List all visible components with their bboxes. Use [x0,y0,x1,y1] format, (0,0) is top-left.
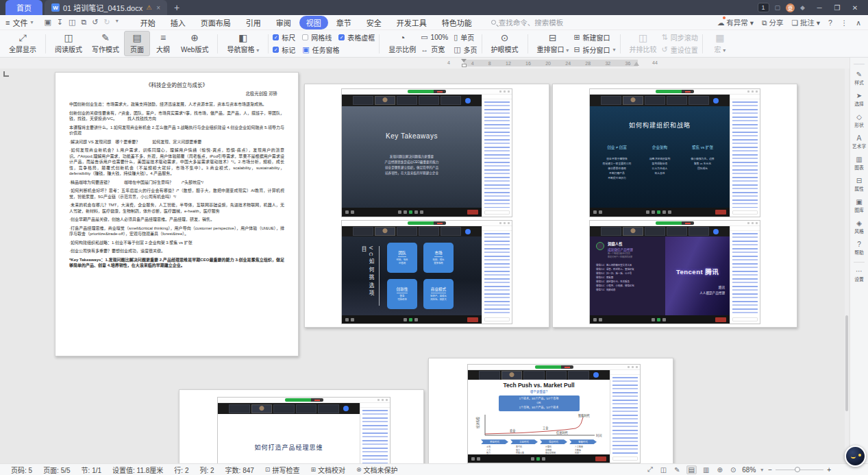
user-avatar[interactable]: 夏 [786,3,795,12]
close-button[interactable]: ✕ [846,0,864,15]
marks-checkbox[interactable]: ✓标记 [273,45,295,55]
redo-icon[interactable]: ↻ [104,18,110,27]
page-3[interactable]: 如何构建组织和战略 创业 ≠ 创富创业不等于赚快钱 而是建立一家重要的公司 使命… [552,84,797,328]
embedded-screenshot-tech-push[interactable]: Tech Push vs. Market Pull 哪个更重要? 1个技术，3/… [467,364,641,463]
web-view-icon[interactable]: ⊕ [716,466,724,474]
outline-view-button[interactable]: ≡大纲 [150,32,176,56]
export-icon[interactable]: ↧ [57,18,63,27]
new-window-button[interactable]: ⊞新建窗口 [573,32,615,42]
sidebar-item-help[interactable]: ?帮助 [850,239,868,259]
sidebar-item-chart[interactable]: ▥图表 [850,154,868,174]
cloud-sync-status[interactable]: ☁ 有异常 ▾ [717,17,754,27]
multi-page-button[interactable]: ◫多页 [454,45,477,55]
close-tab-icon[interactable]: × [156,4,160,12]
table-border-checkbox[interactable]: ✓表格虚框 [338,32,375,42]
page-2[interactable]: Key Takeaways 发现问题比解决问题能力更重要 产品经理思维是成功CE… [304,84,549,328]
zoom-in-icon[interactable]: + [827,466,831,474]
restore-button[interactable]: ❐ [828,0,846,15]
sidebar-item-styles[interactable]: ✎样式 [850,69,868,89]
tab-document[interactable]: W 01 培训笔记_0415.docx ⚠ × [45,0,167,15]
window-count-badge[interactable]: 1 [758,3,769,12]
proofread-button[interactable]: ⊞文档校对 [305,465,351,475]
sidebar-item-style[interactable]: ◈风格 [850,217,868,238]
outline-view-icon[interactable]: ▥ [702,466,710,474]
menu-security[interactable]: 安全 [360,16,388,29]
web-layout-button[interactable]: ⊕Web版式 [176,32,213,56]
menu-review[interactable]: 审阅 [269,16,298,29]
embedded-screenshot-org-strategy[interactable]: 如何构建组织和战略 创业 ≠ 创富创业不等于赚快钱 而是建立一家重要的公司 使命… [589,88,760,217]
tab-home[interactable]: 首页 [5,0,42,15]
document-workspace[interactable]: 《科技企业的创立与成长》 北极光创投 邓锋 中国创新创业生态：市场需求大，政策支… [0,69,850,463]
status-column[interactable]: 列: 2 [194,465,219,475]
collapse-ribbon-icon[interactable]: ∧ [856,19,861,27]
file-menu[interactable]: ≡ 文件 ▾ [0,17,38,28]
embedded-screenshot-key-takeaways[interactable]: Key Takeaways 发现问题比解决问题能力更重要 产品经理思维是成功CE… [341,88,512,217]
comment-button[interactable]: ❏ 批注 ▾ [791,17,820,27]
embedded-screenshot-vc-criteria[interactable]: VC如何挑选项目 团队经验、组合 价值观 市场规模、成长 竞争格局 创新性壁垒 … [341,220,512,324]
save-icon[interactable]: ▣ [44,18,51,27]
page-view-icon[interactable]: ▤ [686,465,697,474]
sidebar-item-wordart[interactable]: Ａ艺术字 [850,132,868,153]
gridlines-checkbox[interactable]: 网格线 [302,32,332,42]
preview-icon[interactable]: ⧉ [81,18,86,27]
page-4[interactable]: 如何打造产品经理思维 商业嗅觉 用户导向 用户体验 排序与取舍 宏观与微观兼具 [179,389,424,463]
sidebar-item-shapes[interactable]: ◇形状 [850,111,868,132]
page-view-button[interactable]: ▤页面 [124,31,150,56]
minimize-button[interactable]: ─ [810,0,828,15]
menu-dev-tools[interactable]: 开发工具 [390,16,434,29]
write-view-icon[interactable]: ✎ [673,466,681,474]
page-5[interactable]: Tech Push vs. Market Pull 哪个更重要? 1个技术，3/… [428,358,673,463]
task-pane-toggle[interactable]: ▣任务窗格 [302,45,339,55]
protection-status[interactable]: ⊗文档未保护 [351,465,404,475]
scrollbar-thumb[interactable] [845,315,848,411]
help-icon[interactable]: ? [828,19,832,27]
page-width-button[interactable]: ↔页宽 [421,44,448,54]
sidebar-item-select[interactable]: ➤选择 [850,90,868,110]
command-search[interactable]: 查找命令、搜索模板 [491,17,564,27]
spell-check-button[interactable]: ⊡拼写检查 [260,465,306,475]
left-indent-marker[interactable] [462,64,467,67]
fullscreen-button[interactable]: ⤢全屏显示 [4,32,41,56]
share-button[interactable]: ⧉ 分享 [762,17,783,27]
new-tab-button[interactable]: + [174,2,179,13]
zoom-100-button[interactable]: ▭100% [421,33,448,42]
status-word-count[interactable]: 字数: 847 [220,465,260,475]
zoom-level-value[interactable]: 68% [742,466,756,474]
menu-insert[interactable]: 插入 [164,16,193,29]
horizontal-ruler[interactable]: 4 4 8 12 16 20 24 28 32 36 44 [0,58,850,69]
zoom-ratio-button[interactable]: ◔显示比例 [384,32,421,56]
menu-section[interactable]: 章节 [330,16,358,29]
menu-page-layout[interactable]: 页面布局 [194,16,238,29]
right-indent-marker[interactable] [634,62,639,66]
zoom-slider[interactable]: − + [768,466,831,474]
embedded-screenshot-tencent[interactable]: 洞察人性 成就微信产品经理 每一个细微功能迭代背后 都是对用户人性需求的洞察 微… [589,220,760,324]
status-setting-value[interactable]: 设置值: 11.8厘米 [107,465,169,475]
embedded-screenshot-pm-mindset[interactable]: 如何打造产品经理思维 商业嗅觉 用户导向 用户体验 排序与取舍 宏观与微观兼具 [217,397,390,463]
eye-protect-icon[interactable]: ⊙ [729,466,737,474]
tab-stop-selector[interactable] [3,71,9,77]
ruler-checkbox[interactable]: ✓标尺 [273,32,295,42]
menu-features[interactable]: 特色功能 [435,16,479,29]
undo-icon[interactable]: ↺ [92,18,98,27]
eye-protect-button[interactable]: ⊙护眼模式 [486,32,523,56]
status-row[interactable]: 行: 2 [169,465,194,475]
rearrange-windows-button[interactable]: ⊟重排窗口 ▾ [532,32,574,56]
read-layout-button[interactable]: ◫阅读版式 [50,32,87,56]
page-1[interactable]: 《科技企业的创立与成长》 北极光创投 邓锋 中国创新创业生态：市场需求大，政策支… [55,72,299,356]
single-page-button[interactable]: ▯单页 [454,32,477,42]
zoom-slider-track[interactable] [776,470,823,470]
qat-more-icon[interactable]: ▾ [116,18,119,27]
member-icon[interactable]: ◆ [800,4,805,11]
status-section[interactable]: 节: 1/1 [76,465,107,475]
wps-ai-assistant-button[interactable] [845,446,866,467]
nav-pane-button[interactable]: ◧导航窗格 ▾ [222,32,264,56]
zoom-dropdown-icon[interactable]: ▾ [760,467,763,473]
fullscreen-view-icon[interactable]: ⤢ [646,465,654,474]
menu-references[interactable]: 引用 [239,16,268,29]
status-page-number[interactable]: 页码: 5 [5,465,38,475]
menu-view[interactable]: 视图 [299,16,328,29]
sidebar-handle[interactable]: —— [854,60,865,66]
vertical-scrollbar[interactable] [845,69,849,463]
print-icon[interactable]: ◫ [69,18,75,27]
first-line-indent-marker[interactable] [461,59,467,62]
